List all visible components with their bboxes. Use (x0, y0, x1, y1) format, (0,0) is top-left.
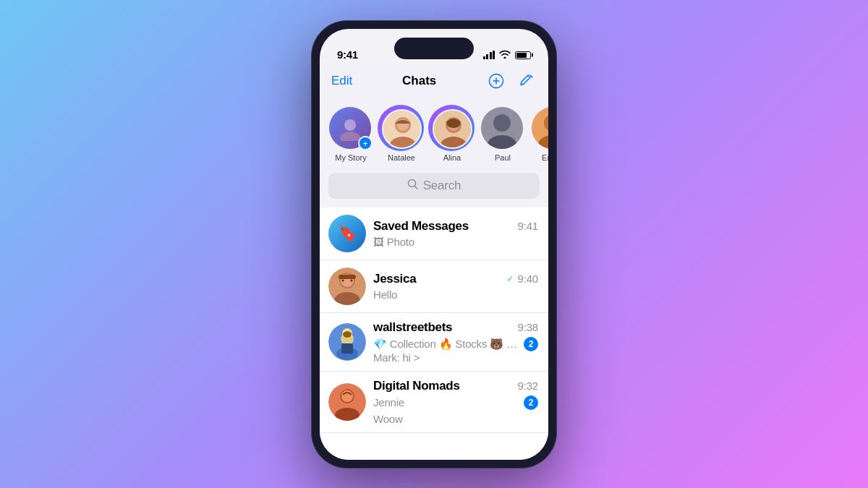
compose-button[interactable] (516, 71, 537, 91)
digital-nomads-avatar (328, 383, 366, 421)
story-avatar-paul (481, 107, 523, 149)
digital-nomads-time: 9:32 (518, 380, 538, 392)
story-name-natalee: Natalee (388, 153, 415, 162)
story-avatar-alina (433, 109, 472, 149)
story-name-my-story: My Story (335, 153, 366, 162)
story-avatar-wrap-alina (430, 107, 474, 150)
saved-messages-time: 9:41 (518, 220, 538, 232)
stories-section: + My Story (320, 97, 548, 173)
story-item-my-story[interactable]: + My Story (330, 107, 372, 162)
story-name-emma: Emma (542, 153, 548, 162)
digital-nomads-content: Digital Nomads 9:32 Jennie 2 Woow (373, 379, 538, 425)
story-name-paul: Paul (495, 153, 511, 162)
jessica-preview: Hello (373, 288, 538, 301)
story-avatar-wrap-natalee (380, 107, 423, 150)
wallstreetbets-preview2: Mark: hi > (373, 351, 420, 364)
story-avatar-wrap-emma (532, 107, 548, 150)
story-item-natalee[interactable]: Natalee (380, 107, 422, 162)
story-avatar-natalee (382, 109, 422, 149)
page-title: Chats (402, 74, 436, 88)
wallstreetbets-content: wallstreetbets 9:38 💎 Collection 🔥 Stock… (373, 320, 538, 364)
wallstreetbets-time: 9:38 (518, 321, 538, 333)
story-item-paul[interactable]: Paul (482, 107, 524, 162)
chat-item-digital-nomads[interactable]: Digital Nomads 9:32 Jennie 2 Woow (320, 372, 548, 433)
status-time: 9:41 (337, 48, 358, 61)
jessica-name: Jessica (373, 272, 416, 286)
svg-rect-28 (341, 343, 353, 354)
chat-item-wallstreetbets[interactable]: wallstreetbets 9:38 💎 Collection 🔥 Stock… (320, 313, 548, 372)
saved-messages-avatar: 🔖 (328, 215, 366, 252)
story-name-alina: Alina (443, 153, 461, 162)
saved-messages-content: Saved Messages 9:41 🖼 Photo (373, 219, 538, 248)
wifi-icon (499, 50, 511, 61)
digital-nomads-preview: Jennie (373, 396, 524, 408)
digital-nomads-badge: 2 (524, 395, 538, 410)
search-input-label: Search (423, 179, 461, 193)
wallstreetbets-badge: 2 (524, 337, 538, 351)
svg-point-1 (344, 119, 356, 131)
chat-item-jessica[interactable]: Jessica ✓ 9:40 Hello (320, 260, 548, 313)
wallstreetbets-avatar (328, 323, 366, 361)
svg-point-2 (340, 132, 360, 141)
chat-item-saved-messages[interactable]: 🔖 Saved Messages 9:41 🖼 Photo (320, 207, 548, 260)
svg-point-23 (342, 279, 344, 281)
phone-screen: 9:41 (320, 29, 548, 460)
search-icon (407, 179, 419, 192)
edit-button[interactable]: Edit (331, 74, 352, 88)
signal-icon (483, 51, 495, 59)
story-avatar-emma (532, 107, 548, 149)
search-bar[interactable]: Search (328, 173, 540, 199)
nav-bar: Edit Chats (320, 65, 548, 97)
chat-list: 🔖 Saved Messages 9:41 🖼 Photo (320, 207, 548, 460)
svg-point-24 (351, 279, 353, 281)
jessica-time: 9:40 (518, 273, 538, 285)
add-story-badge[interactable]: + (358, 136, 373, 150)
wallstreetbets-preview: 💎 Collection 🔥 Stocks 🐻 Memes... (373, 338, 524, 351)
digital-nomads-name: Digital Nomads (373, 379, 460, 393)
nav-action-icons (486, 71, 537, 91)
jessica-content: Jessica ✓ 9:40 Hello (373, 272, 538, 301)
my-story-avatar: + (329, 107, 373, 150)
jessica-avatar (328, 267, 366, 305)
status-icons (483, 50, 532, 61)
new-group-button[interactable] (486, 71, 506, 91)
battery-icon (515, 51, 531, 59)
story-item-emma[interactable]: Emma (532, 107, 548, 162)
dynamic-island (394, 38, 474, 59)
story-item-alina[interactable]: Alina (431, 107, 473, 162)
saved-messages-name: Saved Messages (373, 219, 469, 234)
phone-container: 9:41 (311, 20, 557, 468)
saved-messages-preview: 🖼 Photo (373, 236, 538, 248)
story-avatar-wrap-paul (481, 107, 524, 150)
digital-nomads-preview2: Woow (373, 413, 403, 425)
svg-point-12 (493, 114, 511, 132)
bookmark-icon: 🔖 (338, 224, 357, 243)
svg-rect-22 (339, 275, 356, 279)
read-checkmark: ✓ (506, 273, 514, 284)
wallstreetbets-name: wallstreetbets (373, 320, 452, 335)
